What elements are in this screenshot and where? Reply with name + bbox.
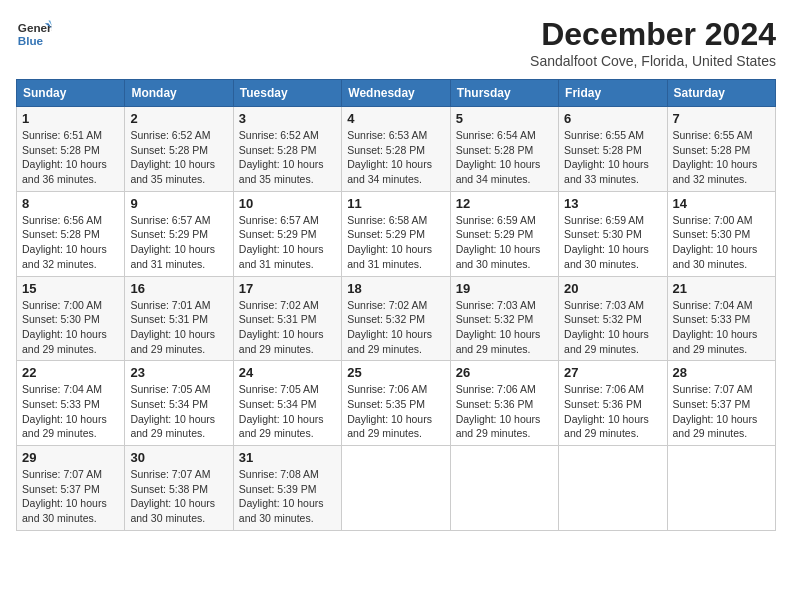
title-area: December 2024 Sandalfoot Cove, Florida, … <box>530 16 776 69</box>
day-info: Sunrise: 7:07 AMSunset: 5:37 PMDaylight:… <box>22 468 107 524</box>
day-info: Sunrise: 7:03 AMSunset: 5:32 PMDaylight:… <box>564 299 649 355</box>
day-info: Sunrise: 7:08 AMSunset: 5:39 PMDaylight:… <box>239 468 324 524</box>
day-info: Sunrise: 6:57 AMSunset: 5:29 PMDaylight:… <box>239 214 324 270</box>
day-info: Sunrise: 7:02 AMSunset: 5:31 PMDaylight:… <box>239 299 324 355</box>
week-row-5: 29 Sunrise: 7:07 AMSunset: 5:37 PMDaylig… <box>17 446 776 531</box>
day-info: Sunrise: 7:07 AMSunset: 5:37 PMDaylight:… <box>673 383 758 439</box>
day-number: 1 <box>22 111 119 126</box>
day-info: Sunrise: 6:51 AMSunset: 5:28 PMDaylight:… <box>22 129 107 185</box>
day-info: Sunrise: 6:59 AMSunset: 5:30 PMDaylight:… <box>564 214 649 270</box>
day-info: Sunrise: 6:54 AMSunset: 5:28 PMDaylight:… <box>456 129 541 185</box>
day-info: Sunrise: 7:04 AMSunset: 5:33 PMDaylight:… <box>673 299 758 355</box>
week-row-3: 15 Sunrise: 7:00 AMSunset: 5:30 PMDaylig… <box>17 276 776 361</box>
calendar-cell: 24 Sunrise: 7:05 AMSunset: 5:34 PMDaylig… <box>233 361 341 446</box>
day-info: Sunrise: 7:02 AMSunset: 5:32 PMDaylight:… <box>347 299 432 355</box>
day-info: Sunrise: 7:00 AMSunset: 5:30 PMDaylight:… <box>22 299 107 355</box>
day-number: 6 <box>564 111 661 126</box>
col-header-sunday: Sunday <box>17 80 125 107</box>
day-info: Sunrise: 7:06 AMSunset: 5:36 PMDaylight:… <box>456 383 541 439</box>
day-number: 24 <box>239 365 336 380</box>
day-info: Sunrise: 7:05 AMSunset: 5:34 PMDaylight:… <box>130 383 215 439</box>
day-info: Sunrise: 7:06 AMSunset: 5:36 PMDaylight:… <box>564 383 649 439</box>
day-number: 21 <box>673 281 770 296</box>
day-info: Sunrise: 6:53 AMSunset: 5:28 PMDaylight:… <box>347 129 432 185</box>
col-header-wednesday: Wednesday <box>342 80 450 107</box>
calendar-cell <box>342 446 450 531</box>
day-info: Sunrise: 6:57 AMSunset: 5:29 PMDaylight:… <box>130 214 215 270</box>
day-number: 20 <box>564 281 661 296</box>
day-info: Sunrise: 7:01 AMSunset: 5:31 PMDaylight:… <box>130 299 215 355</box>
calendar-cell: 19 Sunrise: 7:03 AMSunset: 5:32 PMDaylig… <box>450 276 558 361</box>
calendar-cell: 31 Sunrise: 7:08 AMSunset: 5:39 PMDaylig… <box>233 446 341 531</box>
calendar-cell: 3 Sunrise: 6:52 AMSunset: 5:28 PMDayligh… <box>233 107 341 192</box>
day-number: 17 <box>239 281 336 296</box>
col-header-saturday: Saturday <box>667 80 775 107</box>
day-info: Sunrise: 6:58 AMSunset: 5:29 PMDaylight:… <box>347 214 432 270</box>
col-header-monday: Monday <box>125 80 233 107</box>
calendar-cell: 30 Sunrise: 7:07 AMSunset: 5:38 PMDaylig… <box>125 446 233 531</box>
day-number: 22 <box>22 365 119 380</box>
col-header-thursday: Thursday <box>450 80 558 107</box>
day-info: Sunrise: 7:04 AMSunset: 5:33 PMDaylight:… <box>22 383 107 439</box>
logo-icon: General Blue <box>16 16 52 52</box>
week-row-1: 1 Sunrise: 6:51 AMSunset: 5:28 PMDayligh… <box>17 107 776 192</box>
day-number: 4 <box>347 111 444 126</box>
calendar-cell: 14 Sunrise: 7:00 AMSunset: 5:30 PMDaylig… <box>667 191 775 276</box>
calendar-cell: 11 Sunrise: 6:58 AMSunset: 5:29 PMDaylig… <box>342 191 450 276</box>
day-number: 27 <box>564 365 661 380</box>
calendar-cell: 10 Sunrise: 6:57 AMSunset: 5:29 PMDaylig… <box>233 191 341 276</box>
location-title: Sandalfoot Cove, Florida, United States <box>530 53 776 69</box>
day-number: 23 <box>130 365 227 380</box>
calendar-cell: 4 Sunrise: 6:53 AMSunset: 5:28 PMDayligh… <box>342 107 450 192</box>
calendar-cell: 22 Sunrise: 7:04 AMSunset: 5:33 PMDaylig… <box>17 361 125 446</box>
calendar-cell: 1 Sunrise: 6:51 AMSunset: 5:28 PMDayligh… <box>17 107 125 192</box>
calendar-cell: 17 Sunrise: 7:02 AMSunset: 5:31 PMDaylig… <box>233 276 341 361</box>
day-number: 15 <box>22 281 119 296</box>
calendar-cell: 26 Sunrise: 7:06 AMSunset: 5:36 PMDaylig… <box>450 361 558 446</box>
day-number: 25 <box>347 365 444 380</box>
day-number: 29 <box>22 450 119 465</box>
day-number: 30 <box>130 450 227 465</box>
calendar-cell: 27 Sunrise: 7:06 AMSunset: 5:36 PMDaylig… <box>559 361 667 446</box>
day-info: Sunrise: 7:03 AMSunset: 5:32 PMDaylight:… <box>456 299 541 355</box>
calendar-cell: 29 Sunrise: 7:07 AMSunset: 5:37 PMDaylig… <box>17 446 125 531</box>
day-number: 9 <box>130 196 227 211</box>
day-number: 5 <box>456 111 553 126</box>
calendar-cell: 21 Sunrise: 7:04 AMSunset: 5:33 PMDaylig… <box>667 276 775 361</box>
calendar-table: SundayMondayTuesdayWednesdayThursdayFrid… <box>16 79 776 531</box>
day-number: 8 <box>22 196 119 211</box>
day-number: 16 <box>130 281 227 296</box>
day-info: Sunrise: 7:00 AMSunset: 5:30 PMDaylight:… <box>673 214 758 270</box>
day-number: 18 <box>347 281 444 296</box>
calendar-cell <box>667 446 775 531</box>
calendar-cell: 5 Sunrise: 6:54 AMSunset: 5:28 PMDayligh… <box>450 107 558 192</box>
day-number: 11 <box>347 196 444 211</box>
day-info: Sunrise: 6:55 AMSunset: 5:28 PMDaylight:… <box>673 129 758 185</box>
calendar-cell <box>559 446 667 531</box>
day-info: Sunrise: 6:52 AMSunset: 5:28 PMDaylight:… <box>239 129 324 185</box>
calendar-header-row: SundayMondayTuesdayWednesdayThursdayFrid… <box>17 80 776 107</box>
calendar-cell: 13 Sunrise: 6:59 AMSunset: 5:30 PMDaylig… <box>559 191 667 276</box>
calendar-cell: 20 Sunrise: 7:03 AMSunset: 5:32 PMDaylig… <box>559 276 667 361</box>
calendar-cell <box>450 446 558 531</box>
day-number: 12 <box>456 196 553 211</box>
page-header: General Blue December 2024 Sandalfoot Co… <box>16 16 776 69</box>
day-info: Sunrise: 6:55 AMSunset: 5:28 PMDaylight:… <box>564 129 649 185</box>
week-row-4: 22 Sunrise: 7:04 AMSunset: 5:33 PMDaylig… <box>17 361 776 446</box>
day-number: 14 <box>673 196 770 211</box>
day-info: Sunrise: 6:52 AMSunset: 5:28 PMDaylight:… <box>130 129 215 185</box>
svg-text:General: General <box>18 21 52 34</box>
day-number: 31 <box>239 450 336 465</box>
day-number: 13 <box>564 196 661 211</box>
calendar-cell: 16 Sunrise: 7:01 AMSunset: 5:31 PMDaylig… <box>125 276 233 361</box>
col-header-tuesday: Tuesday <box>233 80 341 107</box>
calendar-cell: 7 Sunrise: 6:55 AMSunset: 5:28 PMDayligh… <box>667 107 775 192</box>
calendar-cell: 18 Sunrise: 7:02 AMSunset: 5:32 PMDaylig… <box>342 276 450 361</box>
day-number: 19 <box>456 281 553 296</box>
day-info: Sunrise: 6:59 AMSunset: 5:29 PMDaylight:… <box>456 214 541 270</box>
col-header-friday: Friday <box>559 80 667 107</box>
calendar-cell: 15 Sunrise: 7:00 AMSunset: 5:30 PMDaylig… <box>17 276 125 361</box>
calendar-cell: 2 Sunrise: 6:52 AMSunset: 5:28 PMDayligh… <box>125 107 233 192</box>
day-number: 7 <box>673 111 770 126</box>
calendar-cell: 28 Sunrise: 7:07 AMSunset: 5:37 PMDaylig… <box>667 361 775 446</box>
